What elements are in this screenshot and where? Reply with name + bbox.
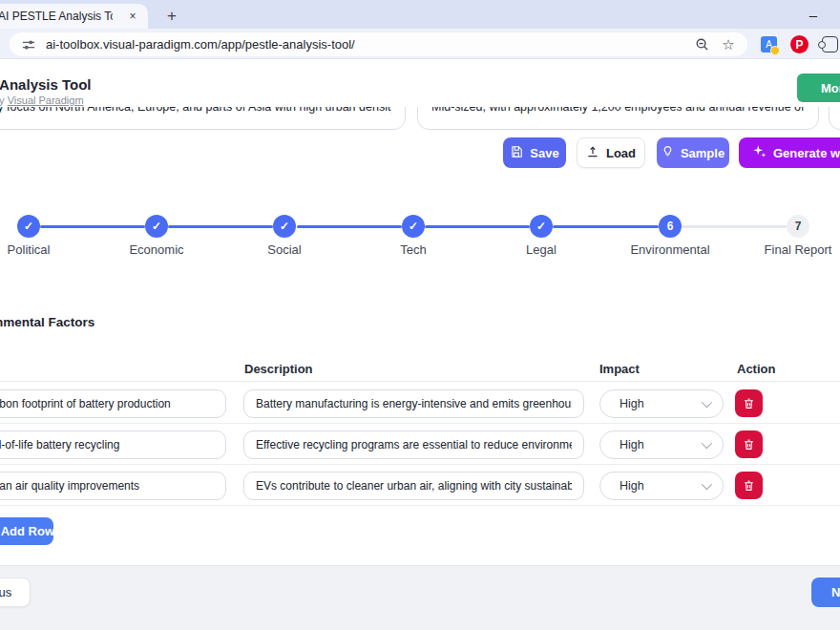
factor-input[interactable] xyxy=(0,430,226,459)
step-tech-circle[interactable]: ✓ xyxy=(402,215,425,238)
step-connector xyxy=(553,225,659,228)
generate-label: Generate with AI xyxy=(773,146,840,160)
save-label: Save xyxy=(530,146,558,160)
col-header-description: Description xyxy=(244,362,313,376)
bookmark-star-icon[interactable]: ☆ xyxy=(719,35,738,54)
impact-value: High xyxy=(620,397,644,410)
chevron-down-icon xyxy=(702,479,712,490)
next-button[interactable]: Next xyxy=(811,578,840,607)
new-tab-icon[interactable]: + xyxy=(160,5,183,28)
app-window: AI PESTLE Analysis Tool - B × + – ↻ ai-t… xyxy=(0,0,840,630)
step-label-political: Political xyxy=(0,242,91,257)
load-label: Load xyxy=(606,146,636,160)
factor-input[interactable] xyxy=(0,472,226,500)
trash-icon xyxy=(743,479,755,492)
description-input[interactable] xyxy=(243,430,584,459)
window-minimize-icon[interactable]: – xyxy=(800,4,827,25)
step-connector xyxy=(297,225,402,228)
generate-with-ai-button[interactable]: Generate with AI xyxy=(739,137,840,168)
page-title: AI PESTLE Analysis Tool xyxy=(0,76,92,93)
url-text[interactable]: ai-toolbox.visual-paradigm.com/app/pestl… xyxy=(46,37,684,52)
step-connector xyxy=(40,225,145,228)
byline: by Visual Paradigm xyxy=(0,94,84,106)
translate-badge xyxy=(770,46,780,55)
load-button[interactable]: Load xyxy=(577,137,645,168)
step-political-circle[interactable]: ✓ xyxy=(17,215,40,238)
step-connector xyxy=(168,225,273,228)
trash-icon xyxy=(743,397,755,410)
table-divider xyxy=(0,505,840,506)
step-connector xyxy=(425,225,530,228)
tab-title: AI PESTLE Analysis Tool - B xyxy=(0,10,113,23)
reload-icon[interactable]: ↻ xyxy=(0,35,1,52)
site-settings-icon[interactable] xyxy=(19,35,38,54)
impact-value: High xyxy=(620,438,644,452)
impact-select[interactable]: High xyxy=(599,389,724,418)
table-divider xyxy=(0,381,840,382)
previous-button[interactable]: Previous xyxy=(0,578,31,607)
pinterest-extension-icon[interactable]: P xyxy=(790,35,808,53)
upload-icon xyxy=(586,145,599,161)
step-label-environmental: Environmental xyxy=(608,242,732,257)
sample-button[interactable]: Sample xyxy=(657,137,729,168)
step-label-social: Social xyxy=(222,242,346,257)
step-label-legal: Legal xyxy=(479,242,603,257)
byline-prefix: by xyxy=(0,94,8,106)
col-header-impact: Impact xyxy=(599,362,640,376)
step-legal-circle[interactable]: ✓ xyxy=(530,215,553,238)
add-row-button[interactable]: + Add Row xyxy=(0,517,53,545)
step-final-report-circle[interactable]: 7 xyxy=(787,215,809,238)
col-header-action: Action xyxy=(737,362,775,376)
tab-close-icon[interactable]: × xyxy=(124,8,141,25)
visual-paradigm-link[interactable]: Visual Paradigm xyxy=(8,94,84,106)
impact-select[interactable]: High xyxy=(599,472,724,500)
delete-row-button[interactable] xyxy=(735,430,763,458)
zoom-out-icon[interactable] xyxy=(692,35,711,54)
table-divider xyxy=(0,464,840,465)
step-label-final-report: Final Report xyxy=(736,242,840,257)
app-header xyxy=(0,59,840,107)
address-bar[interactable]: ai-toolbox.visual-paradigm.com/app/pestl… xyxy=(10,32,747,56)
step-social-circle[interactable]: ✓ xyxy=(273,215,296,238)
delete-row-button[interactable] xyxy=(735,472,763,499)
step-environmental-circle[interactable]: 6 xyxy=(659,215,682,238)
impact-value: High xyxy=(620,479,644,493)
factor-input[interactable] xyxy=(0,389,226,418)
impact-select[interactable]: High xyxy=(599,430,724,459)
translate-extension-icon[interactable]: A xyxy=(761,36,777,52)
extensions-icon[interactable] xyxy=(822,36,838,52)
description-input[interactable] xyxy=(243,389,584,418)
step-connector xyxy=(682,225,787,228)
delete-row-button[interactable] xyxy=(735,389,763,417)
step-label-tech: Tech xyxy=(351,242,475,257)
lightbulb-icon xyxy=(662,145,674,160)
section-title: Environmental Factors xyxy=(0,315,94,329)
trash-icon xyxy=(743,438,755,451)
save-button[interactable]: Save xyxy=(503,137,566,168)
sparkles-icon xyxy=(752,144,766,161)
more-tools-button[interactable]: More AI Tools xyxy=(797,74,840,102)
step-economic-circle[interactable]: ✓ xyxy=(145,215,168,238)
footer-bar xyxy=(0,565,840,630)
chevron-down-icon xyxy=(702,397,712,408)
table-divider xyxy=(0,423,840,424)
sample-label: Sample xyxy=(681,146,724,160)
description-input[interactable] xyxy=(243,472,584,500)
step-label-economic: Economic xyxy=(94,242,219,257)
save-icon xyxy=(510,145,523,161)
chevron-down-icon xyxy=(702,438,712,449)
